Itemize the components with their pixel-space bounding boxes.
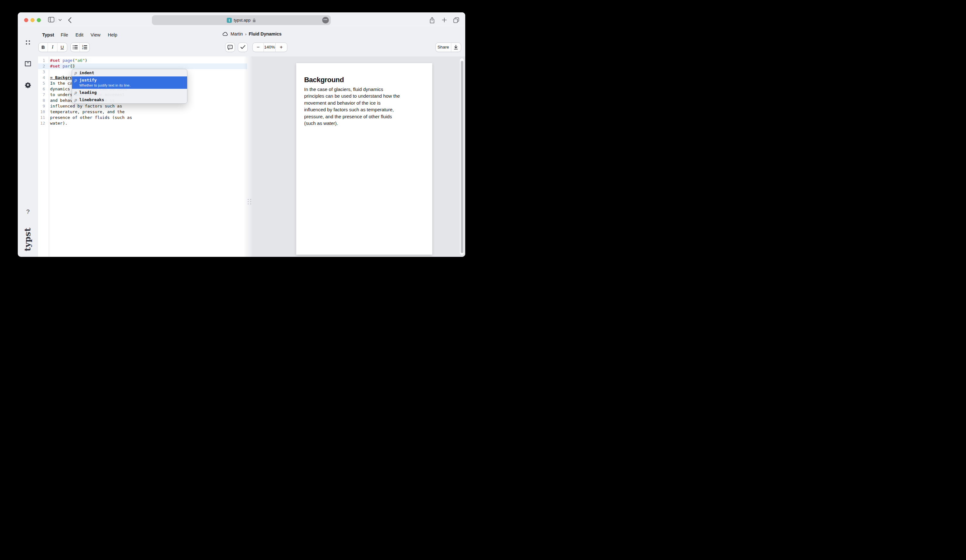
code-line-9[interactable]: 9influenced by factors such as [38, 103, 247, 109]
autocomplete-item-linebreaks[interactable]: plinebreaks [72, 96, 187, 103]
close-window-button[interactable] [24, 18, 28, 22]
new-tab-icon[interactable] [442, 18, 447, 23]
parameter-icon: p [74, 90, 79, 95]
chevron-down-icon[interactable] [58, 19, 62, 21]
tab-overview-icon[interactable] [453, 17, 459, 23]
screen: t typst.app ••• [0, 0, 483, 280]
numbered-list-button[interactable]: 1 2 [80, 43, 89, 52]
line-number: 3 [38, 69, 45, 75]
breadcrumb-separator-icon: › [245, 32, 246, 36]
parameter-icon: p [74, 78, 79, 82]
bold-button[interactable]: B [39, 43, 48, 52]
sidebar-toggle-icon[interactable] [48, 17, 54, 23]
zoom-level[interactable]: 140% [264, 43, 275, 52]
underline-button[interactable]: U [58, 43, 67, 52]
comment-button-group [225, 43, 235, 53]
line-number: 11 [38, 115, 45, 120]
typst-logo: typst [23, 228, 32, 251]
line-number: 12 [38, 120, 45, 126]
pane-divider[interactable] [247, 56, 252, 257]
share-group: Share [435, 43, 462, 53]
line-number: 7 [38, 92, 45, 98]
preview-heading: Background [304, 76, 344, 84]
format-group: B I U [38, 43, 67, 53]
preview-paragraph: In the case of glaciers, fluid dynamicsp… [304, 86, 400, 126]
parameter-icon: p [74, 71, 79, 75]
code-line-10[interactable]: 10temperature, pressure, and the [38, 109, 247, 115]
settings-gear-icon[interactable] [25, 82, 31, 89]
menu-item-help[interactable]: Help [108, 32, 117, 38]
autocomplete-popup: pindentpjustifyWhether to justify text i… [72, 69, 187, 104]
cloud-sync-icon [222, 32, 228, 36]
menu-item-edit[interactable]: Edit [76, 32, 84, 38]
share-page-icon[interactable] [429, 17, 435, 23]
code-line-2[interactable]: 2#set par() [38, 63, 247, 69]
line-number: 10 [38, 109, 45, 115]
minimize-window-button[interactable] [30, 18, 34, 22]
browser-chrome: t typst.app ••• [18, 12, 465, 27]
comment-icon[interactable] [225, 43, 235, 52]
share-button[interactable]: Share [436, 43, 451, 52]
bullet-list-button[interactable] [71, 43, 80, 52]
browser-window: t typst.app ••• [18, 12, 465, 257]
line-number: 1 [38, 58, 45, 63]
compile-check-icon[interactable] [238, 43, 247, 52]
check-button-group [238, 43, 248, 53]
url-text: typst.app [234, 18, 251, 23]
autocomplete-item-indent[interactable]: pindent [72, 69, 187, 76]
autocomplete-item-leading[interactable]: pleading [72, 89, 187, 96]
menu-item-typst[interactable]: Typst [42, 32, 54, 38]
italic-button[interactable]: I [48, 43, 58, 52]
line-number: 5 [38, 80, 45, 86]
site-favicon: t [227, 18, 232, 23]
line-number: 2 [38, 63, 45, 69]
preview-scrollbar-thumb[interactable] [461, 61, 463, 253]
address-bar[interactable]: t typst.app ••• [152, 15, 331, 25]
line-number: 8 [38, 98, 45, 103]
menu-item-file[interactable]: File [61, 32, 68, 38]
line-number: 9 [38, 103, 45, 109]
editor-edge-shadow [244, 56, 247, 257]
line-number: 4 [38, 75, 45, 80]
preview-page: Background In the case of glaciers, flui… [296, 63, 432, 255]
help-icon[interactable]: ? [26, 209, 30, 215]
parameter-icon: p [74, 97, 79, 102]
zoom-out-button[interactable]: − [253, 43, 264, 52]
code-line-1[interactable]: 1#set page("a6") [38, 58, 247, 63]
autocomplete-item-justify[interactable]: pjustifyWhether to justify text in its l… [72, 76, 187, 89]
breadcrumb: Martin › Fluid Dynamics [222, 31, 282, 36]
files-box-icon[interactable] [25, 61, 31, 67]
svg-text:1: 1 [82, 45, 84, 47]
back-icon[interactable] [68, 17, 72, 23]
page-settings-button[interactable]: ••• [322, 17, 329, 23]
lock-icon [253, 18, 256, 23]
fullscreen-window-button[interactable] [37, 18, 41, 22]
zoom-group: − 140% + [253, 43, 288, 53]
divider-grip-icon[interactable] [248, 199, 251, 205]
menu-item-view[interactable]: View [91, 32, 100, 38]
svg-text:2: 2 [82, 47, 84, 49]
line-number: 6 [38, 86, 45, 92]
breadcrumb-document[interactable]: Fluid Dynamics [249, 31, 281, 36]
download-icon[interactable] [451, 43, 461, 52]
preview-pane: Background In the case of glaciers, flui… [252, 56, 465, 257]
breadcrumb-workspace[interactable]: Martin [230, 31, 243, 36]
zoom-in-button[interactable]: + [276, 43, 287, 52]
code-line-12[interactable]: 12water). [38, 120, 247, 126]
list-group: 1 2 [71, 43, 90, 53]
preview-scrollbar-track[interactable] [460, 58, 464, 255]
code-line-11[interactable]: 11presence of other fluids (such as [38, 115, 247, 120]
grid-menu-icon[interactable] [25, 39, 31, 45]
